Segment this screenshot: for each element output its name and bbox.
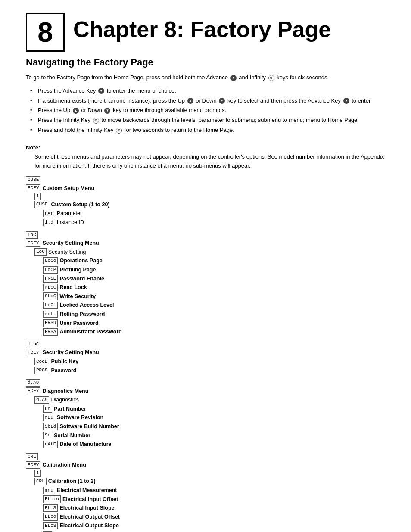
uloc-code-label: Public Key [51, 357, 78, 366]
uloc-pass-lcd: PRSS [34, 367, 49, 374]
loc-roll-row: roLL Rolling Password [43, 310, 385, 319]
cust-par-lcd: PAr [43, 210, 55, 217]
loc-sloc-lcd: SLoC [43, 292, 58, 300]
cust-1-row: 1 [34, 193, 385, 200]
diag-diag-row: d.A9 Diagnostics [34, 395, 385, 404]
chapter-header: 8 Chapter 8: Factory Page [26, 13, 385, 52]
cust-top-row: CUSE [26, 176, 385, 184]
diag-diag-lcd: d.A9 [34, 396, 49, 404]
cal-elis-lcd: EL.S [43, 504, 58, 512]
diag-rev-row: rEu Software Revision [43, 413, 385, 422]
diag-fcty-lcd: FCEY [26, 387, 40, 395]
cust-id-label: Instance ID [57, 218, 84, 227]
intro-paragraph: To go to the Factory Page from the Home … [26, 73, 385, 82]
loc-rloc-label: Read Lock [59, 283, 87, 292]
custom-setup-section: CUSE FCEY Custom Setup Menu 1 CUSE Custo… [26, 176, 385, 227]
up-icon-b3: ▲ [73, 108, 79, 114]
cust-par-label: Parameter [57, 209, 82, 218]
note-text: Some of these menus and parameters may n… [34, 152, 385, 171]
cal-mnu-label: Electrical Measurement [57, 486, 117, 495]
loc-sloc-row: SLoC Write Security [43, 292, 385, 301]
diag-top-row: d.A9 [26, 379, 385, 386]
diag-bld-label: Software Build Number [59, 422, 119, 431]
loc-loco-row: LoCo Operations Page [43, 256, 385, 265]
loc-loc-row: LoC Security Setting [34, 248, 385, 257]
loc-roll-lcd: roLL [43, 311, 58, 318]
loc-locp-lcd: LoCP [43, 266, 58, 274]
loc-locp-row: LoCP Profiling Page [43, 265, 385, 274]
advance-icon-b1: ● [98, 88, 104, 94]
loc-prse-row: PRSE Password Enable [43, 274, 385, 283]
navigation-bullets: Press the Advance Key ● to enter the men… [30, 87, 385, 136]
loc-loc-lcd: LoC [34, 248, 47, 255]
note-box: Note: Some of these menus and parameters… [26, 144, 385, 171]
cust-fcty-lcd: FCEY [26, 184, 40, 192]
loc-prsu-row: PRSu User Password [43, 319, 385, 328]
cal-elio-label: Electrical Input Offset [62, 495, 118, 504]
diag-bld-row: SbLd Software Build Number [43, 422, 385, 431]
cal-top-row: CRL [26, 453, 385, 460]
cust-id-lcd: i.d [43, 219, 55, 226]
cal-1-lcd: 1 [34, 470, 41, 477]
loc-locp-label: Profiling Page [59, 265, 96, 274]
loc-rloc-lcd: rLoC [43, 284, 58, 291]
cal-fcty-label: Calibration Menu [42, 460, 86, 470]
cal-section: CRL FCEY Calibration Menu 1 CRL Calibrat… [26, 453, 385, 532]
loc-locl-lcd: LoCL [43, 302, 58, 309]
loc-locl-label: Locked Access Level [59, 301, 114, 310]
loc-prsa-label: Administrator Password [59, 327, 121, 336]
uloc-top-row: ULoC [26, 341, 385, 348]
loc-loco-label: Operations Page [59, 256, 102, 265]
uloc-top-lcd: ULoC [26, 341, 40, 348]
cust-cuse-row: CUSE Custom Setup (1 to 20) [34, 200, 385, 209]
loc-prsu-lcd: PRSu [43, 319, 58, 327]
up-icon-b2: ▲ [187, 98, 193, 104]
loc-locl-row: LoCL Locked Access Level [43, 301, 385, 310]
advance-icon: ● [230, 75, 237, 81]
down-icon-b3: ▼ [104, 108, 110, 114]
cal-fcty-row: FCEY Calibration Menu [26, 460, 385, 470]
loc-roll-label: Rolling Password [59, 310, 105, 319]
loc-fcty-lcd: FCEY [26, 240, 40, 247]
cal-cal-lcd: CRL [34, 478, 47, 485]
uloc-fcty-row: FCEY Security Setting Menu [26, 348, 385, 357]
uloc-fcty-label: Security Setting Menu [42, 348, 99, 357]
diag-section: d.A9 FCEY Diagnostics Menu d.A9 Diagnost… [26, 379, 385, 449]
infinity-icon: ⊗ [268, 75, 274, 81]
diag-sn-row: Sn Serial Number [43, 431, 385, 440]
cust-cuse-lcd: CUSE [34, 201, 49, 208]
loc-prse-lcd: PRSE [43, 275, 58, 282]
note-label: Note: [26, 144, 385, 151]
cal-elis-row: EL.S Electrical Input Slope [43, 504, 385, 513]
cust-par-row: PAr Parameter [43, 209, 385, 218]
cal-elao-lcd: ELoo [43, 513, 58, 520]
advance-icon-b2: ● [343, 98, 349, 104]
loc-prse-label: Password Enable [59, 274, 104, 283]
loc-top-row: LoC [26, 231, 385, 239]
uloc-section: ULoC FCEY Security Setting Menu CodE Pub… [26, 341, 385, 375]
diag-sn-label: Serial Number [54, 431, 90, 440]
bullet-4: Press the Infinity Key ⊗ to move backwar… [30, 116, 385, 125]
cal-1-row: 1 [34, 470, 385, 477]
diag-pn-lcd: Pn [43, 405, 52, 412]
cust-fcty-row: FCEY Custom Setup Menu [26, 184, 385, 193]
uloc-code-row: CodE Public Key [34, 357, 385, 366]
cal-pn-row: Pn Part Number [43, 530, 385, 532]
bullet-1: Press the Advance Key ● to enter the men… [30, 87, 385, 96]
cust-1-lcd: 1 [34, 193, 41, 200]
cal-elao-row: ELoo Electrical Output Offset [43, 513, 385, 522]
chapter-number: 8 [37, 16, 53, 48]
uloc-code-lcd: CodE [34, 358, 49, 365]
cal-mnu-row: mnu Electrical Measurement [43, 486, 385, 495]
loc-fcty-row: FCEY Security Setting Menu [26, 239, 385, 248]
loc-prsu-label: User Password [59, 319, 98, 328]
diag-fcty-label: Diagnostics Menu [42, 387, 88, 396]
cal-elio-row: EL.io Electrical Input Offset [43, 495, 385, 504]
diag-rev-lcd: rEu [43, 414, 55, 421]
loc-rloc-row: rLoC Read Lock [43, 283, 385, 292]
loc-loco-lcd: LoCo [43, 257, 58, 264]
infinity-icon-b4: ⊗ [93, 118, 99, 124]
diag-pn-row: Pn Part Number [43, 404, 385, 414]
loc-top-lcd: LoC [26, 231, 38, 239]
cal-elas-lcd: ELoS [43, 522, 58, 529]
